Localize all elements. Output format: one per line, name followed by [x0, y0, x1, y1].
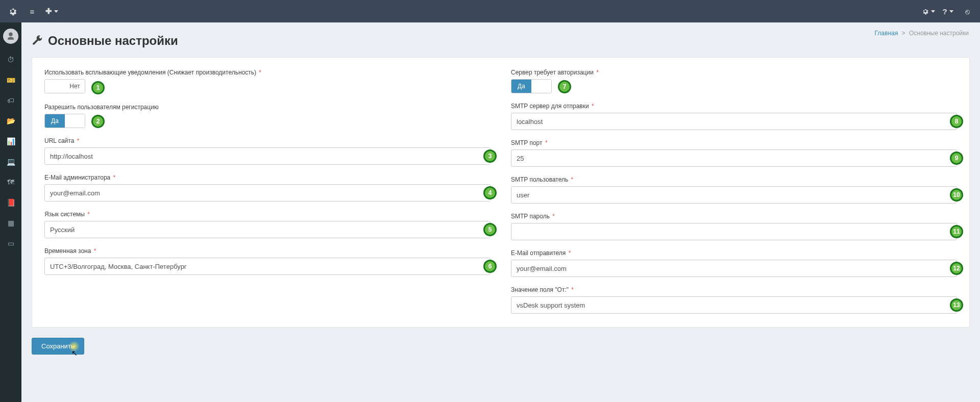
- input-from-value[interactable]: [511, 296, 957, 314]
- field-smtp-auth: Сервер требует авторизации * Да 7: [511, 69, 957, 93]
- left-column: Использовать всплывающие уведомления (Сн…: [44, 69, 491, 314]
- settings-menu-button[interactable]: [3, 0, 22, 22]
- field-smtp-pass: SMTP пароль * 11: [511, 213, 957, 240]
- save-button-label: Сохранить: [41, 342, 75, 350]
- label-timezone: Временная зона *: [44, 247, 491, 255]
- toggle-empty-seg: [65, 114, 85, 128]
- gear-icon: [922, 8, 929, 15]
- top-bar-left: ≡ ✚: [3, 0, 61, 22]
- annotation-marker: 10: [950, 188, 963, 202]
- label-sender-email: E-Mail отправителя *: [511, 249, 957, 257]
- label-popup-notify: Использовать всплывающие уведомления (Сн…: [44, 69, 491, 76]
- calendar-icon: ▭: [8, 239, 14, 247]
- annotation-marker: 4: [483, 186, 497, 199]
- right-column: Сервер требует авторизации * Да 7 SMTP с…: [511, 69, 957, 314]
- input-sender-email[interactable]: [511, 260, 957, 277]
- user-icon: [6, 32, 15, 41]
- toggle-allow-register[interactable]: Да: [44, 114, 85, 128]
- field-allow-register: Разрешить пользователям регистрацию Да 2: [44, 104, 491, 128]
- laptop-icon: 💻: [7, 158, 15, 166]
- toggle-empty-seg: [531, 80, 551, 93]
- input-admin-email[interactable]: [44, 184, 491, 202]
- input-smtp-pass[interactable]: [511, 223, 957, 240]
- bars-icon: ≡: [30, 7, 35, 16]
- plus-icon: ✚: [45, 7, 52, 16]
- input-smtp-host[interactable]: [511, 113, 957, 130]
- sidebar-item-dashboard[interactable]: ⏱: [0, 50, 21, 69]
- ticket-icon: 🎫: [7, 76, 15, 84]
- toggle-smtp-auth[interactable]: Да: [511, 79, 552, 93]
- folder-icon: 📂: [7, 117, 15, 125]
- field-sender-email: E-Mail отправителя * 12: [511, 249, 957, 277]
- field-admin-email: E-Mail администратора * 4: [44, 174, 491, 202]
- label-allow-register: Разрешить пользователям регистрацию: [44, 104, 491, 111]
- settings-dropdown-button[interactable]: [919, 0, 938, 22]
- avatar[interactable]: [3, 29, 18, 44]
- wrench-icon: [32, 35, 43, 46]
- tags-icon: 🏷: [7, 96, 14, 105]
- page-title-text: Основные настройки: [48, 34, 178, 48]
- sidebar-item-files[interactable]: 📂: [0, 111, 21, 131]
- input-timezone[interactable]: [44, 258, 491, 275]
- input-smtp-port[interactable]: [511, 149, 957, 167]
- page-title: Основные настройки: [32, 34, 970, 48]
- toggle-empty-seg: [45, 80, 65, 93]
- sidebar-item-reports[interactable]: 📊: [0, 132, 21, 151]
- sidebar-item-apps[interactable]: ▦: [0, 213, 21, 233]
- annotation-marker: 12: [950, 262, 963, 275]
- sidebar-item-tickets[interactable]: 🎫: [0, 70, 21, 90]
- top-bar: ≡ ✚ ? ⎋: [0, 0, 980, 22]
- book-icon: 📕: [7, 198, 15, 207]
- sidebar-item-tags[interactable]: 🏷: [0, 91, 21, 110]
- toggle-on-label: Да: [45, 114, 65, 128]
- sidebar-item-calendar[interactable]: ▭: [0, 234, 21, 253]
- breadcrumb-separator: >: [902, 30, 905, 37]
- form-actions: Сохранить ↖: [32, 338, 970, 355]
- label-smtp-pass: SMTP пароль *: [511, 213, 957, 220]
- input-smtp-user[interactable]: [511, 186, 957, 204]
- sitemap-icon: 🗺: [7, 178, 14, 186]
- label-site-url: URL сайта *: [44, 137, 491, 144]
- cursor-icon: ↖: [71, 349, 78, 357]
- sidebar-item-kb[interactable]: 📕: [0, 193, 21, 212]
- field-sys-lang: Язык системы * 5: [44, 211, 491, 238]
- label-smtp-port: SMTP порт *: [511, 139, 957, 146]
- breadcrumb-home[interactable]: Главная: [875, 30, 898, 37]
- sidebar: ⏱ 🎫 🏷 📂 📊 💻 🗺 📕 ▦ ▭: [0, 22, 21, 402]
- sidebar-item-assets[interactable]: 💻: [0, 152, 21, 171]
- annotation-marker: 6: [483, 260, 497, 273]
- toggle-on-label: Да: [511, 80, 531, 93]
- annotation-marker: 9: [950, 152, 963, 165]
- field-popup-notify: Использовать всплывающие уведомления (Сн…: [44, 69, 491, 94]
- field-timezone: Временная зона * 6: [44, 247, 491, 275]
- input-sys-lang[interactable]: [44, 221, 491, 238]
- label-from-value: Значение поля "От:" *: [511, 286, 957, 293]
- grid-icon: ▦: [8, 219, 14, 227]
- field-site-url: URL сайта * 3: [44, 137, 491, 165]
- settings-form: Использовать всплывающие уведомления (Сн…: [32, 57, 970, 328]
- annotation-marker: 7: [558, 80, 571, 93]
- signout-icon: ⎋: [965, 7, 970, 16]
- field-smtp-port: SMTP порт * 9: [511, 139, 957, 167]
- main-content: Главная > Основные настройки Основные на…: [21, 22, 980, 402]
- toggle-off-label: Нет: [65, 80, 85, 93]
- help-dropdown-button[interactable]: ?: [938, 0, 958, 22]
- logout-button[interactable]: ⎋: [958, 0, 977, 22]
- label-admin-email: E-Mail администратора *: [44, 174, 491, 181]
- toggle-sidebar-button[interactable]: ≡: [22, 0, 42, 22]
- add-menu-button[interactable]: ✚: [42, 0, 61, 22]
- annotation-marker: 13: [950, 298, 963, 312]
- input-site-url[interactable]: [44, 147, 491, 165]
- toggle-popup-notify[interactable]: Нет: [44, 79, 85, 93]
- label-smtp-user: SMTP пользователь *: [511, 176, 957, 183]
- annotation-marker: 5: [483, 223, 497, 236]
- breadcrumb: Главная > Основные настройки: [875, 30, 969, 37]
- save-button[interactable]: Сохранить ↖: [32, 338, 84, 355]
- field-from-value: Значение поля "От:" * 13: [511, 286, 957, 314]
- annotation-marker: 11: [950, 225, 963, 238]
- chart-icon: 📊: [7, 137, 15, 145]
- sidebar-item-org[interactable]: 🗺: [0, 172, 21, 192]
- breadcrumb-current: Основные настройки: [909, 30, 969, 37]
- annotation-marker: 2: [91, 115, 105, 128]
- field-smtp-user: SMTP пользователь * 10: [511, 176, 957, 204]
